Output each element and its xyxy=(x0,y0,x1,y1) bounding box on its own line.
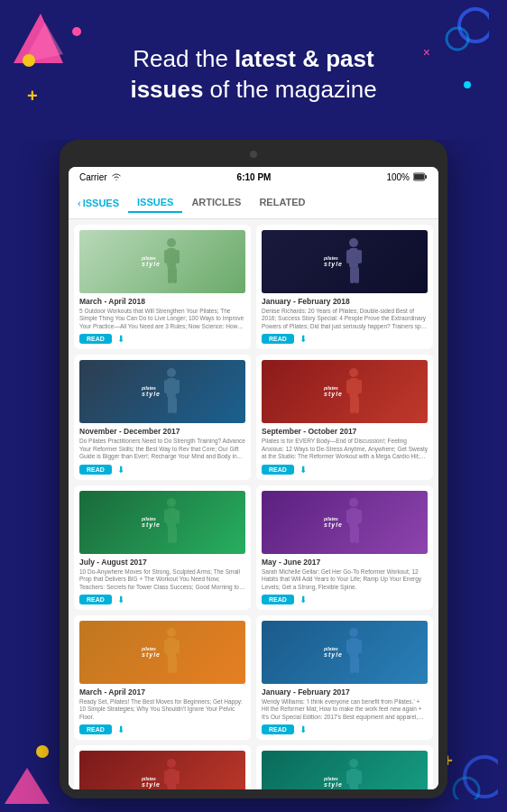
issue-title-8: January - February 2017 xyxy=(262,687,428,697)
issue-desc-4: Pilates is for EVERY Body—End of Discuss… xyxy=(262,438,428,460)
issue-cover-10: pilatesstyle xyxy=(262,751,428,789)
issues-grid: pilatesstyle March - April 2018 5 Outdoo… xyxy=(74,225,433,789)
svg-rect-19 xyxy=(357,250,362,263)
issue-title-5: July - August 2017 xyxy=(79,558,245,567)
nav-tabs: ISSUES ARTICLES RELATED xyxy=(128,193,315,213)
download-icon-3[interactable]: ⬇ xyxy=(117,465,124,475)
svg-rect-13 xyxy=(175,250,180,263)
cover-figure-5 xyxy=(161,497,183,547)
svg-point-46 xyxy=(167,628,176,637)
issue-desc-7: Ready Set, Pilates! The Best Moves for B… xyxy=(79,698,245,721)
tab-issues[interactable]: ISSUES xyxy=(128,193,182,213)
read-button-3[interactable]: READ xyxy=(79,465,112,475)
cover-figure-2 xyxy=(343,237,365,287)
issue-card-5: pilatesstyle July - August 2017 10 Do-An… xyxy=(74,485,251,610)
svg-rect-48 xyxy=(164,640,169,653)
read-button-4[interactable]: READ xyxy=(262,465,294,475)
svg-rect-21 xyxy=(355,267,359,283)
carrier-label: Carrier xyxy=(79,172,107,182)
header-title: Read the latest & pastissues of the maga… xyxy=(130,44,376,106)
download-icon-1[interactable]: ⬇ xyxy=(117,334,124,344)
issue-card-4: pilatesstyle September - October 2017 Pi… xyxy=(256,355,433,479)
cover-logo-10: pilatesstyle xyxy=(324,777,343,788)
time-label: 6:10 PM xyxy=(237,172,272,182)
download-icon-5[interactable]: ⬇ xyxy=(117,595,124,604)
download-icon-7[interactable]: ⬇ xyxy=(117,724,124,734)
nav-back-button[interactable]: ‹ ISSUES xyxy=(78,198,119,208)
cross-pink-1: × xyxy=(423,45,430,60)
issue-cover-5: pilatesstyle xyxy=(79,491,245,554)
issue-card-2: pilatesstyle January - February 2018 Den… xyxy=(256,225,433,349)
svg-rect-27 xyxy=(172,397,177,413)
tablet-screen: Carrier 6:10 PM 100% ‹ I xyxy=(69,167,438,789)
dot-yellow-1 xyxy=(23,54,35,67)
dot-yellow-2 xyxy=(36,745,49,758)
read-button-1[interactable]: READ xyxy=(79,334,112,344)
cover-logo-2: pilatesstyle xyxy=(324,256,343,267)
svg-rect-44 xyxy=(350,527,355,543)
svg-point-64 xyxy=(349,759,358,768)
svg-rect-61 xyxy=(175,770,180,784)
download-icon-4[interactable]: ⬇ xyxy=(300,465,307,475)
cover-logo-1: pilatesstyle xyxy=(142,256,161,267)
issue-cover-8: pilatesstyle xyxy=(262,621,428,684)
svg-rect-43 xyxy=(357,510,362,523)
issue-cover-6: pilatesstyle xyxy=(262,491,428,554)
issue-card-10: pilatesstyle September - October 2016 In… xyxy=(256,745,433,789)
cover-logo-8: pilatesstyle xyxy=(324,647,343,658)
issues-scroll[interactable]: pilatesstyle March - April 2018 5 Outdoo… xyxy=(69,219,438,789)
issue-card-9: pilatesstyle November - December 2016 Ro… xyxy=(74,745,251,789)
tab-related[interactable]: RELATED xyxy=(250,193,314,213)
svg-rect-56 xyxy=(350,657,355,673)
svg-rect-55 xyxy=(357,640,362,653)
cover-figure-7 xyxy=(161,627,183,677)
svg-rect-42 xyxy=(346,510,351,523)
cover-figure-6 xyxy=(343,497,365,547)
read-button-7[interactable]: READ xyxy=(79,724,112,734)
svg-rect-37 xyxy=(175,510,180,523)
issue-card-1: pilatesstyle March - April 2018 5 Outdoo… xyxy=(74,225,251,349)
issue-cover-3: pilatesstyle xyxy=(79,360,245,423)
svg-marker-4 xyxy=(5,768,50,804)
svg-rect-24 xyxy=(164,380,169,393)
svg-rect-66 xyxy=(346,770,351,784)
tab-articles[interactable]: ARTICLES xyxy=(182,193,250,213)
tablet-frame: Carrier 6:10 PM 100% ‹ I xyxy=(60,140,447,798)
issue-card-7: pilatesstyle March - April 2017 Ready Se… xyxy=(74,615,251,740)
issue-title-2: January - February 2018 xyxy=(262,297,428,306)
read-button-8[interactable]: READ xyxy=(262,724,294,734)
read-button-2[interactable]: READ xyxy=(262,334,294,344)
issue-cover-1: pilatesstyle xyxy=(79,230,245,293)
download-icon-8[interactable]: ⬇ xyxy=(300,724,307,734)
issue-desc-5: 10 Do-Anywhere Moves for Strong, Sculpte… xyxy=(79,568,245,591)
issue-title-6: May - June 2017 xyxy=(262,558,428,567)
issue-cover-2: pilatesstyle xyxy=(262,230,428,293)
svg-rect-32 xyxy=(350,397,355,413)
svg-point-40 xyxy=(349,498,358,507)
svg-rect-8 xyxy=(414,174,424,180)
issue-title-4: September - October 2017 xyxy=(262,427,428,436)
deco-circles-tr xyxy=(426,7,489,65)
download-icon-2[interactable]: ⬇ xyxy=(300,334,307,344)
issue-cover-4: pilatesstyle xyxy=(262,360,428,423)
dot-pink-1 xyxy=(72,27,81,36)
cover-logo-4: pilatesstyle xyxy=(324,386,343,397)
battery-icon xyxy=(413,172,428,181)
svg-rect-54 xyxy=(346,640,351,653)
svg-rect-9 xyxy=(425,175,427,179)
svg-rect-36 xyxy=(164,510,169,523)
issue-cover-7: pilatesstyle xyxy=(79,621,245,684)
issue-actions-5: READ ⬇ xyxy=(79,595,245,604)
issue-cover-9: pilatesstyle xyxy=(79,751,245,789)
issue-actions-6: READ ⬇ xyxy=(262,595,428,604)
cover-logo-9: pilatesstyle xyxy=(142,777,161,788)
svg-rect-14 xyxy=(168,267,172,283)
tablet-camera xyxy=(250,151,257,158)
issue-desc-3: Do Pilates Practitioners Need to Do Stre… xyxy=(79,438,245,460)
read-button-6[interactable]: READ xyxy=(262,595,294,604)
download-icon-6[interactable]: ⬇ xyxy=(300,595,307,604)
back-label: ISSUES xyxy=(83,198,119,208)
read-button-5[interactable]: READ xyxy=(79,595,112,604)
svg-rect-67 xyxy=(357,770,362,784)
issue-actions-7: READ ⬇ xyxy=(79,724,245,734)
